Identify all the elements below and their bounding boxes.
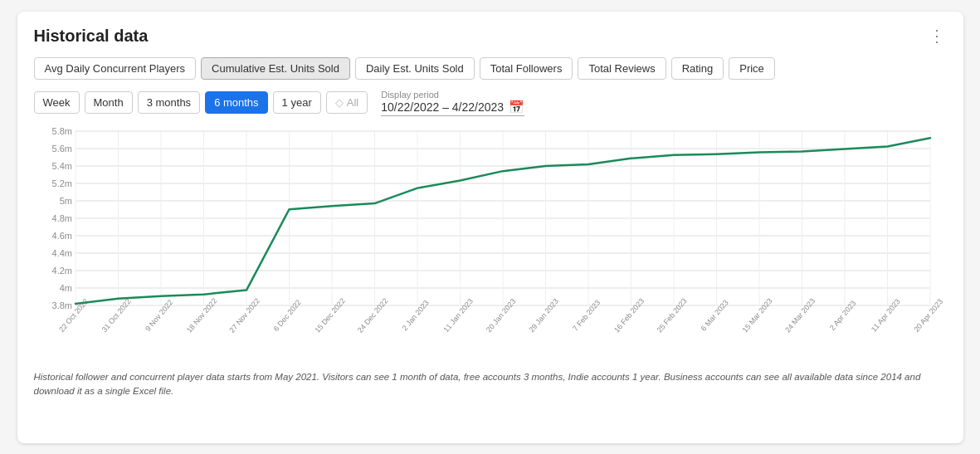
historical-data-card: Historical data ⋮ Avg Daily Concurrent P… <box>17 12 963 443</box>
more-options-icon[interactable]: ⋮ <box>929 27 947 44</box>
page-title: Historical data <box>34 27 149 46</box>
svg-text:11 Apr 2023: 11 Apr 2023 <box>869 297 901 334</box>
svg-text:25 Feb 2023: 25 Feb 2023 <box>655 296 688 334</box>
svg-text:5.4m: 5.4m <box>51 161 71 171</box>
svg-text:18 Nov 2022: 18 Nov 2022 <box>184 296 217 334</box>
svg-text:7 Feb 2023: 7 Feb 2023 <box>571 298 602 332</box>
period-btn[interactable]: 1 year <box>273 91 321 114</box>
all-period-btn[interactable]: ◇All <box>326 91 368 114</box>
footer-note: Historical follower and concurrent playe… <box>34 370 947 399</box>
svg-text:15 Dec 2022: 15 Dec 2022 <box>313 296 346 334</box>
svg-text:4.8m: 4.8m <box>51 213 71 223</box>
period-btn[interactable]: Month <box>85 91 133 114</box>
metric-tab[interactable]: Rating <box>671 57 724 80</box>
svg-text:11 Jan 2023: 11 Jan 2023 <box>441 296 475 333</box>
metric-tab[interactable]: Daily Est. Units Sold <box>355 57 475 80</box>
svg-text:5.8m: 5.8m <box>51 126 71 136</box>
calendar-icon[interactable]: 📅 <box>509 100 524 115</box>
svg-text:4m: 4m <box>59 283 71 293</box>
svg-text:31 Oct 2022: 31 Oct 2022 <box>100 297 132 334</box>
svg-text:29 Jan 2023: 29 Jan 2023 <box>527 296 560 333</box>
svg-text:2 Apr 2023: 2 Apr 2023 <box>827 299 857 332</box>
svg-text:5.6m: 5.6m <box>51 144 71 154</box>
period-btn[interactable]: 6 months <box>205 91 267 114</box>
period-btn[interactable]: 3 months <box>138 91 200 114</box>
metric-tab[interactable]: Price <box>729 57 775 80</box>
display-period-block: Display period 10/22/2022 – 4/22/2023 📅 <box>381 90 524 116</box>
line-chart: 5.8m5.6m5.4m5.2m5m4.8m4.6m4.4m4.2m4m3.8m… <box>34 123 947 364</box>
header-row: Historical data ⋮ <box>34 27 947 46</box>
svg-text:3.8m: 3.8m <box>51 300 71 310</box>
svg-text:16 Feb 2023: 16 Feb 2023 <box>612 296 646 334</box>
metric-tab[interactable]: Avg Daily Concurrent Players <box>34 57 197 80</box>
svg-text:4.4m: 4.4m <box>51 248 71 258</box>
svg-text:9 Nov 2022: 9 Nov 2022 <box>144 298 174 333</box>
svg-text:6 Mar 2023: 6 Mar 2023 <box>699 298 729 332</box>
all-label: All <box>347 96 358 109</box>
chart-area: 5.8m5.6m5.4m5.2m5m4.8m4.6m4.4m4.2m4m3.8m… <box>34 123 947 364</box>
svg-text:2 Jan 2023: 2 Jan 2023 <box>400 298 430 332</box>
diamond-icon: ◇ <box>335 96 344 109</box>
metric-tab[interactable]: Cumulative Est. Units Sold <box>201 57 350 80</box>
svg-text:20 Apr 2023: 20 Apr 2023 <box>912 297 944 334</box>
period-row: WeekMonth3 months6 months1 year◇All Disp… <box>34 90 947 116</box>
metric-tab[interactable]: Total Followers <box>480 57 573 80</box>
metric-tabs: Avg Daily Concurrent PlayersCumulative E… <box>34 57 947 80</box>
svg-text:4.2m: 4.2m <box>51 266 71 276</box>
metric-tab[interactable]: Total Reviews <box>578 57 666 80</box>
svg-text:15 Mar 2023: 15 Mar 2023 <box>740 296 773 334</box>
svg-text:6 Dec 2022: 6 Dec 2022 <box>271 298 302 333</box>
svg-text:24 Mar 2023: 24 Mar 2023 <box>783 296 817 334</box>
svg-text:24 Dec 2022: 24 Dec 2022 <box>355 296 388 334</box>
svg-text:5.2m: 5.2m <box>51 178 71 188</box>
svg-text:5m: 5m <box>59 196 71 206</box>
display-period-value: 10/22/2022 – 4/22/2023 📅 <box>381 100 524 116</box>
period-range: 10/22/2022 – 4/22/2023 <box>381 100 504 114</box>
svg-text:27 Nov 2022: 27 Nov 2022 <box>227 296 261 334</box>
svg-text:20 Jan 2023: 20 Jan 2023 <box>484 296 517 333</box>
period-btn[interactable]: Week <box>34 91 80 114</box>
svg-text:4.6m: 4.6m <box>51 231 71 241</box>
display-period-label: Display period <box>381 90 524 100</box>
